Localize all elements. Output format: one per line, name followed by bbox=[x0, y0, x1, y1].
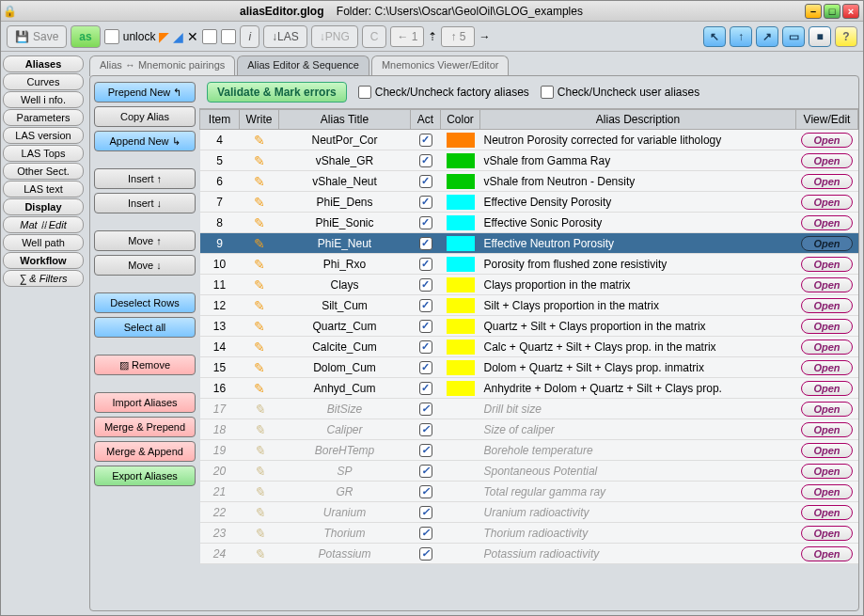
nav-item[interactable]: Parameters bbox=[3, 109, 84, 126]
cell-open[interactable]: Open bbox=[796, 399, 858, 419]
cell-act[interactable]: ✓ bbox=[411, 254, 441, 275]
cell-write[interactable]: ✎ bbox=[240, 544, 279, 564]
cell-color[interactable] bbox=[441, 233, 480, 254]
cell-color[interactable] bbox=[441, 275, 480, 295]
table-row[interactable]: 17✎BitSize✓Drill bit sizeOpen bbox=[200, 399, 858, 419]
export-las-button[interactable]: ↓LAS bbox=[263, 25, 307, 48]
open-button[interactable]: Open bbox=[801, 174, 852, 189]
cell-act[interactable]: ✓ bbox=[411, 544, 441, 564]
cell-write[interactable]: ✎ bbox=[240, 419, 279, 440]
cell-act[interactable]: ✓ bbox=[411, 502, 441, 523]
open-button[interactable]: Open bbox=[801, 422, 852, 437]
cell-write[interactable]: ✎ bbox=[240, 171, 279, 192]
nav-item[interactable]: LAS text bbox=[3, 181, 84, 197]
cell-write[interactable]: ✎ bbox=[240, 378, 279, 399]
cell-color[interactable] bbox=[441, 130, 480, 150]
cell-open[interactable]: Open bbox=[796, 150, 858, 171]
table-row[interactable]: 16✎Anhyd_Cum✓Anhydrite + Dolom + Quartz … bbox=[200, 378, 858, 399]
cell-act[interactable]: ✓ bbox=[411, 357, 441, 378]
nav-item[interactable]: Aliases bbox=[3, 55, 84, 72]
cell-color[interactable] bbox=[441, 192, 480, 213]
save-as-button[interactable]: as bbox=[71, 25, 100, 48]
cell-write[interactable]: ✎ bbox=[240, 275, 279, 295]
column-header[interactable]: Alias Description bbox=[480, 110, 796, 130]
lock-icon[interactable]: 🔒 bbox=[1, 5, 18, 18]
open-button[interactable]: Open bbox=[801, 277, 852, 292]
open-button[interactable]: Open bbox=[801, 443, 852, 458]
nav-item[interactable]: Well path bbox=[3, 234, 84, 251]
cell-color[interactable] bbox=[441, 502, 480, 523]
open-button[interactable]: Open bbox=[801, 257, 852, 272]
table-row[interactable]: 9✎PhiE_Neut✓Effective Neutron PorosityOp… bbox=[200, 233, 858, 254]
open-button[interactable]: Open bbox=[801, 195, 852, 210]
cell-color[interactable] bbox=[441, 254, 480, 275]
nav-item[interactable]: LAS Tops bbox=[3, 145, 84, 162]
nav-item[interactable]: Well i nfo. bbox=[3, 91, 84, 108]
table-row[interactable]: 13✎Quartz_Cum✓Quartz + Silt + Clays prop… bbox=[200, 316, 858, 337]
remove-button[interactable]: ▨ Remove bbox=[94, 355, 196, 375]
nav-item[interactable]: Display bbox=[3, 198, 84, 215]
open-button[interactable]: Open bbox=[801, 505, 852, 520]
open-button[interactable]: Open bbox=[801, 381, 852, 396]
open-button[interactable]: Open bbox=[801, 526, 852, 541]
table-row[interactable]: 19✎BoreHTemp✓Borehole temperatureOpen bbox=[200, 440, 858, 461]
table-row[interactable]: 4✎NeutPor_Cor✓Neutron Porosity corrected… bbox=[200, 130, 858, 150]
stop-button[interactable]: ■ bbox=[809, 26, 831, 47]
column-header[interactable]: Alias Title bbox=[279, 110, 411, 130]
cell-write[interactable]: ✎ bbox=[240, 523, 279, 544]
cell-color[interactable] bbox=[441, 399, 480, 419]
open-button[interactable]: Open bbox=[801, 319, 852, 334]
check-factory-label[interactable]: Check/Uncheck factory aliases bbox=[358, 86, 529, 100]
cell-color[interactable] bbox=[441, 150, 480, 171]
select-all-button[interactable]: Select all bbox=[94, 317, 196, 338]
open-button[interactable]: Open bbox=[801, 464, 852, 479]
table-row[interactable]: 5✎vShale_GR✓vShale from Gamma RayOpen bbox=[200, 150, 858, 171]
cell-color[interactable] bbox=[441, 440, 480, 461]
cell-color[interactable] bbox=[441, 213, 480, 233]
cell-write[interactable]: ✎ bbox=[240, 316, 279, 337]
open-button[interactable]: Open bbox=[801, 153, 852, 168]
cell-act[interactable]: ✓ bbox=[411, 461, 441, 482]
column-header[interactable]: Write bbox=[240, 110, 279, 130]
maximize-button[interactable]: □ bbox=[824, 4, 840, 19]
tab[interactable]: Mnemonics Viewer/Editor bbox=[371, 55, 510, 76]
cell-color[interactable] bbox=[441, 461, 480, 482]
arrow-ne-button[interactable]: ↗ bbox=[756, 26, 778, 47]
cell-open[interactable]: Open bbox=[796, 171, 858, 192]
table-row[interactable]: 23✎Thorium✓Thorium radioactivityOpen bbox=[200, 523, 858, 544]
cell-color[interactable] bbox=[441, 544, 480, 564]
rect-button[interactable]: ▭ bbox=[782, 26, 805, 47]
cell-act[interactable]: ✓ bbox=[411, 192, 441, 213]
copy-alias-button[interactable]: Copy Alias bbox=[94, 106, 196, 127]
cell-write[interactable]: ✎ bbox=[240, 254, 279, 275]
table-row[interactable]: 14✎Calcite_Cum✓Calc + Quartz + Silt + Cl… bbox=[200, 337, 858, 357]
cell-write[interactable]: ✎ bbox=[240, 295, 279, 316]
cell-open[interactable]: Open bbox=[796, 357, 858, 378]
arrow-nw-button[interactable]: ↖ bbox=[703, 26, 726, 47]
cell-open[interactable]: Open bbox=[796, 295, 858, 316]
open-button[interactable]: Open bbox=[801, 360, 852, 375]
cell-open[interactable]: Open bbox=[796, 440, 858, 461]
cell-color[interactable] bbox=[441, 337, 480, 357]
cell-act[interactable]: ✓ bbox=[411, 378, 441, 399]
flag-blue-icon[interactable]: ◢ bbox=[173, 29, 183, 44]
cell-open[interactable]: Open bbox=[796, 502, 858, 523]
cell-act[interactable]: ✓ bbox=[411, 482, 441, 502]
open-button[interactable]: Open bbox=[801, 298, 852, 313]
minimize-button[interactable]: – bbox=[805, 4, 822, 19]
cell-open[interactable]: Open bbox=[796, 378, 858, 399]
help-button[interactable]: ? bbox=[835, 26, 857, 47]
move-down-button[interactable]: Move ↓ bbox=[94, 255, 196, 276]
cell-open[interactable]: Open bbox=[796, 544, 858, 564]
open-button[interactable]: Open bbox=[801, 133, 852, 148]
cell-color[interactable] bbox=[441, 357, 480, 378]
save-button[interactable]: 💾 Save bbox=[7, 25, 67, 48]
cell-open[interactable]: Open bbox=[796, 213, 858, 233]
prepend-new-button[interactable]: Prepend New ↰ bbox=[94, 82, 196, 103]
cell-color[interactable] bbox=[441, 295, 480, 316]
spinner-2[interactable]: ↑ 5 bbox=[441, 26, 475, 47]
open-button[interactable]: Open bbox=[801, 402, 852, 417]
open-button[interactable]: Open bbox=[801, 484, 852, 499]
cell-act[interactable]: ✓ bbox=[411, 171, 441, 192]
cell-open[interactable]: Open bbox=[796, 130, 858, 150]
